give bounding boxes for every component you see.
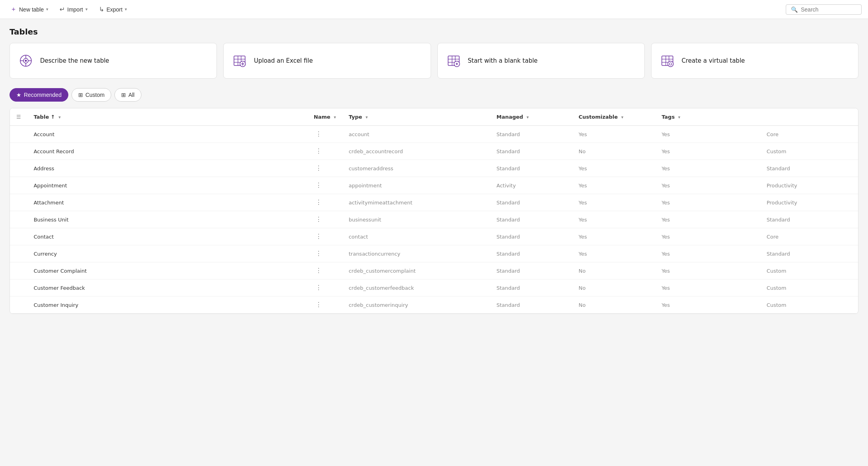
- filter-tab-all[interactable]: ⊞ All: [114, 88, 141, 102]
- cell-more-3[interactable]: ⋮: [307, 177, 342, 194]
- cell-table-6: Contact: [27, 228, 307, 245]
- cell-more-1[interactable]: ⋮: [307, 143, 342, 160]
- cell-table-8: Customer Complaint: [27, 262, 307, 279]
- table-row: Customer Complaint ⋮ crdeb_customercompl…: [10, 262, 858, 279]
- row-icon-cell: [10, 279, 27, 297]
- col-header-managed[interactable]: Managed ▾: [490, 108, 572, 126]
- cell-customizable-3: Yes: [655, 177, 760, 194]
- more-button-0[interactable]: ⋮: [314, 131, 323, 137]
- cell-more-5[interactable]: ⋮: [307, 211, 342, 228]
- all-tab-label: All: [128, 92, 135, 98]
- table-row: Account ⋮ account Standard Yes Yes Core: [10, 126, 858, 143]
- card-virtual[interactable]: Create a virtual table: [651, 43, 858, 79]
- row-icon-cell: [10, 177, 27, 194]
- cell-type-8: Standard: [490, 262, 572, 279]
- sort-icon-table: ▾: [58, 115, 61, 120]
- card-label-upload: Upload an Excel file: [254, 57, 313, 64]
- more-button-2[interactable]: ⋮: [314, 165, 323, 171]
- search-box[interactable]: 🔍: [786, 4, 862, 15]
- cell-table-10: Customer Inquiry: [27, 297, 307, 314]
- row-icon-cell: [10, 228, 27, 245]
- card-describe[interactable]: Describe the new table: [10, 43, 217, 79]
- cell-customizable-6: Yes: [655, 228, 760, 245]
- cell-more-9[interactable]: ⋮: [307, 279, 342, 297]
- search-input[interactable]: [801, 6, 856, 13]
- cell-customizable-4: Yes: [655, 194, 760, 211]
- cell-more-2[interactable]: ⋮: [307, 160, 342, 177]
- cell-type-7: Standard: [490, 245, 572, 262]
- table-row: Customer Inquiry ⋮ crdeb_customerinquiry…: [10, 297, 858, 314]
- import-button[interactable]: ↵ Import ▾: [56, 3, 92, 15]
- more-button-3[interactable]: ⋮: [314, 182, 323, 189]
- row-icon-cell: [10, 211, 27, 228]
- card-upload[interactable]: Upload an Excel file: [223, 43, 431, 79]
- cell-more-10[interactable]: ⋮: [307, 297, 342, 314]
- export-label: Export: [106, 6, 122, 13]
- more-button-6[interactable]: ⋮: [314, 233, 323, 240]
- card-blank[interactable]: Start with a blank table: [437, 43, 645, 79]
- col-header-type[interactable]: Type ▾: [342, 108, 490, 126]
- new-table-chevron-icon: ▾: [46, 7, 48, 12]
- cell-more-4[interactable]: ⋮: [307, 194, 342, 211]
- cell-type-0: Standard: [490, 126, 572, 143]
- svg-point-22: [668, 61, 673, 67]
- export-button[interactable]: ↳ Export ▾: [95, 3, 131, 15]
- sort-icon-name: ▾: [334, 115, 336, 120]
- cell-type-2: Standard: [490, 160, 572, 177]
- cell-managed-0: Yes: [572, 126, 655, 143]
- cell-type-5: Standard: [490, 211, 572, 228]
- row-icon-cell: [10, 262, 27, 279]
- filter-tab-recommended[interactable]: ★ Recommended: [10, 88, 68, 102]
- more-button-4[interactable]: ⋮: [314, 199, 323, 206]
- cell-table-7: Currency: [27, 245, 307, 262]
- cell-type-6: Standard: [490, 228, 572, 245]
- cell-table-3: Appointment: [27, 177, 307, 194]
- recommended-tab-label: Recommended: [24, 92, 62, 98]
- cell-name-5: businessunit: [342, 211, 490, 228]
- cell-more-8[interactable]: ⋮: [307, 262, 342, 279]
- row-icon-cell: [10, 245, 27, 262]
- cell-more-0[interactable]: ⋮: [307, 126, 342, 143]
- cell-managed-1: No: [572, 143, 655, 160]
- cell-name-9: crdeb_customerfeedback: [342, 279, 490, 297]
- more-button-9[interactable]: ⋮: [314, 285, 323, 291]
- cell-customizable-8: Yes: [655, 262, 760, 279]
- cell-table-4: Attachment: [27, 194, 307, 211]
- cell-more-7[interactable]: ⋮: [307, 245, 342, 262]
- cell-tags-5: Standard: [760, 211, 858, 228]
- search-icon: 🔍: [791, 6, 798, 13]
- col-header-customizable[interactable]: Customizable ▾: [572, 108, 655, 126]
- table-container: ☰ Table ↑ ▾Name ▾Type ▾Managed ▾Customiz…: [10, 108, 858, 314]
- row-icon-cell: [10, 126, 27, 143]
- sort-icon-type: ▾: [365, 115, 368, 120]
- cell-more-6[interactable]: ⋮: [307, 228, 342, 245]
- row-icon-cell: [10, 194, 27, 211]
- cell-managed-5: Yes: [572, 211, 655, 228]
- more-button-1[interactable]: ⋮: [314, 148, 323, 154]
- sort-icon-managed: ▾: [526, 115, 529, 120]
- cell-type-1: Standard: [490, 143, 572, 160]
- import-label: Import: [67, 6, 83, 13]
- row-icon-cell: [10, 143, 27, 160]
- cell-type-3: Activity: [490, 177, 572, 194]
- sort-icon-tags: ▾: [678, 115, 680, 120]
- filter-tab-custom[interactable]: ⊞ Custom: [72, 88, 111, 102]
- new-table-button[interactable]: ＋ New table ▾: [6, 3, 52, 16]
- more-button-5[interactable]: ⋮: [314, 216, 323, 223]
- more-button-7[interactable]: ⋮: [314, 250, 323, 257]
- recommended-tab-icon: ★: [16, 92, 21, 98]
- more-button-10[interactable]: ⋮: [314, 302, 323, 308]
- cell-name-2: customeraddress: [342, 160, 490, 177]
- col-label-customizable: Customizable: [579, 114, 618, 120]
- more-button-8[interactable]: ⋮: [314, 268, 323, 274]
- col-label-tags: Tags: [661, 114, 675, 120]
- col-header-name[interactable]: Name ▾: [307, 108, 342, 126]
- cell-tags-3: Productivity: [760, 177, 858, 194]
- cell-table-9: Customer Feedback: [27, 279, 307, 297]
- table-row: Appointment ⋮ appointment Activity Yes Y…: [10, 177, 858, 194]
- col-header-table[interactable]: Table ↑ ▾: [27, 108, 307, 126]
- cell-table-0: Account: [27, 126, 307, 143]
- plus-icon: ＋: [10, 5, 17, 13]
- col-header-tags[interactable]: Tags ▾: [655, 108, 760, 126]
- table-row: Account Record ⋮ crdeb_accountrecord Sta…: [10, 143, 858, 160]
